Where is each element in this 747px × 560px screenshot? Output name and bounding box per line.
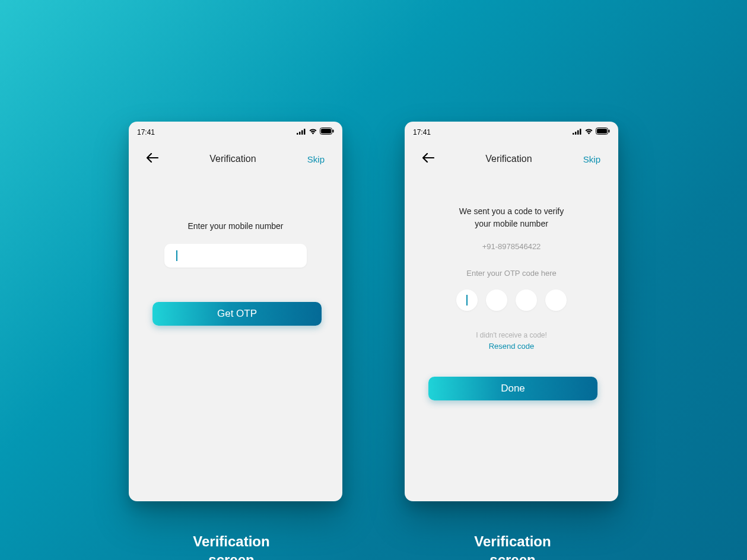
phone-number-display: +91-8978546422 — [428, 242, 595, 251]
phone-mockup-enter-number: 17:41 Verification Skip — [129, 122, 342, 501]
phone-mockup-enter-otp: 17:41 Verification Skip — [405, 122, 618, 501]
battery-icon — [596, 128, 610, 136]
otp-input-row — [428, 289, 595, 311]
enter-number-prompt: Enter your mobile number — [152, 221, 319, 231]
back-button[interactable] — [422, 153, 434, 165]
otp-digit-2[interactable] — [486, 289, 507, 311]
status-bar: 17:41 — [405, 122, 618, 140]
svg-rect-13 — [609, 130, 610, 133]
otp-digit-1[interactable] — [456, 289, 478, 311]
done-button[interactable]: Done — [428, 377, 597, 400]
page-title: Verification — [485, 154, 532, 164]
caption-line2: screen — [489, 552, 535, 560]
svg-rect-0 — [297, 133, 298, 135]
verify-line2: your mobile number — [475, 219, 548, 228]
svg-rect-10 — [580, 129, 581, 135]
nav-bar: Verification Skip — [129, 140, 342, 171]
otp-digit-4[interactable] — [545, 289, 567, 311]
get-otp-button[interactable]: Get OTP — [152, 302, 322, 326]
svg-rect-1 — [299, 132, 301, 135]
svg-rect-3 — [304, 129, 306, 135]
svg-rect-12 — [597, 129, 607, 133]
arrow-left-icon — [422, 153, 434, 165]
no-code-text: I didn't receive a code! — [428, 331, 595, 339]
signal-icon — [297, 128, 306, 136]
skip-button[interactable]: Skip — [307, 154, 325, 164]
nav-bar: Verification Skip — [405, 140, 618, 171]
verify-message: We sent you a code to verify your mobile… — [428, 205, 595, 230]
caption-right: Verification screen — [453, 532, 572, 560]
text-cursor — [466, 295, 468, 306]
verify-line1: We sent you a code to verify — [459, 206, 564, 216]
status-time: 17:41 — [413, 128, 431, 136]
signal-icon — [573, 128, 582, 136]
arrow-left-icon — [147, 153, 158, 165]
status-icons — [573, 128, 610, 136]
caption-left: Verification screen — [172, 532, 291, 560]
status-time: 17:41 — [137, 128, 155, 136]
svg-rect-2 — [301, 130, 303, 135]
mobile-number-input[interactable] — [164, 244, 307, 268]
caption-line1: Verification — [474, 533, 551, 549]
status-icons — [297, 128, 334, 136]
resend-code-link[interactable]: Resend code — [428, 342, 595, 351]
otp-digit-3[interactable] — [516, 289, 537, 311]
text-cursor — [176, 250, 177, 261]
svg-rect-9 — [577, 130, 579, 135]
wifi-icon — [584, 128, 593, 136]
status-bar: 17:41 — [129, 122, 342, 140]
skip-button[interactable]: Skip — [583, 154, 600, 164]
svg-rect-6 — [333, 130, 334, 133]
svg-rect-7 — [573, 133, 574, 135]
otp-prompt: Enter your OTP code here — [428, 269, 595, 278]
battery-icon — [320, 128, 334, 136]
svg-rect-5 — [321, 129, 331, 133]
svg-rect-8 — [575, 132, 577, 135]
back-button[interactable] — [147, 153, 158, 165]
caption-line2: screen — [208, 552, 254, 560]
page-title: Verification — [209, 154, 256, 164]
caption-line1: Verification — [193, 533, 269, 549]
wifi-icon — [309, 128, 317, 136]
